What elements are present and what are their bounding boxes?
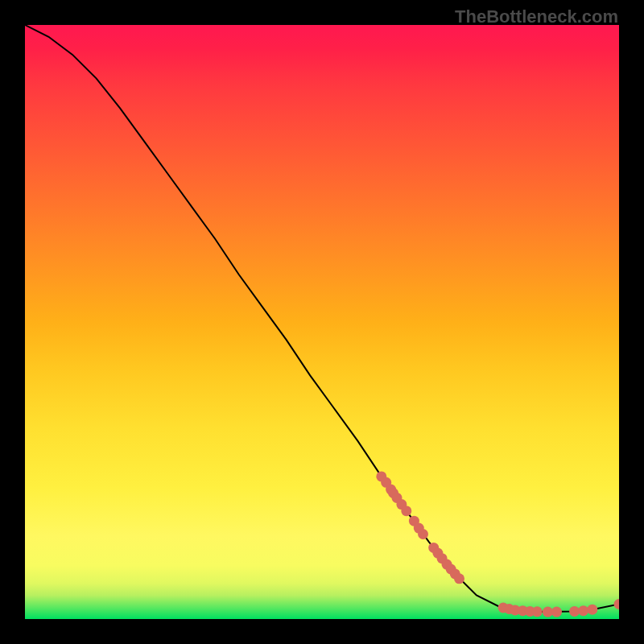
data-marker [532, 606, 543, 617]
chart-container: TheBottleneck.com [0, 0, 644, 644]
data-marker [587, 605, 597, 615]
data-marker [401, 506, 411, 516]
watermark-text: TheBottleneck.com [455, 6, 618, 27]
chart-svg [25, 25, 619, 619]
data-marker [454, 573, 464, 584]
data-marker [543, 607, 553, 617]
data-marker [578, 605, 588, 616]
data-marker [418, 529, 428, 539]
data-marker [551, 607, 562, 617]
data-markers [376, 471, 619, 617]
data-marker [614, 599, 620, 609]
curve-line [25, 25, 619, 612]
plot-area [25, 25, 619, 619]
data-marker [569, 606, 580, 617]
